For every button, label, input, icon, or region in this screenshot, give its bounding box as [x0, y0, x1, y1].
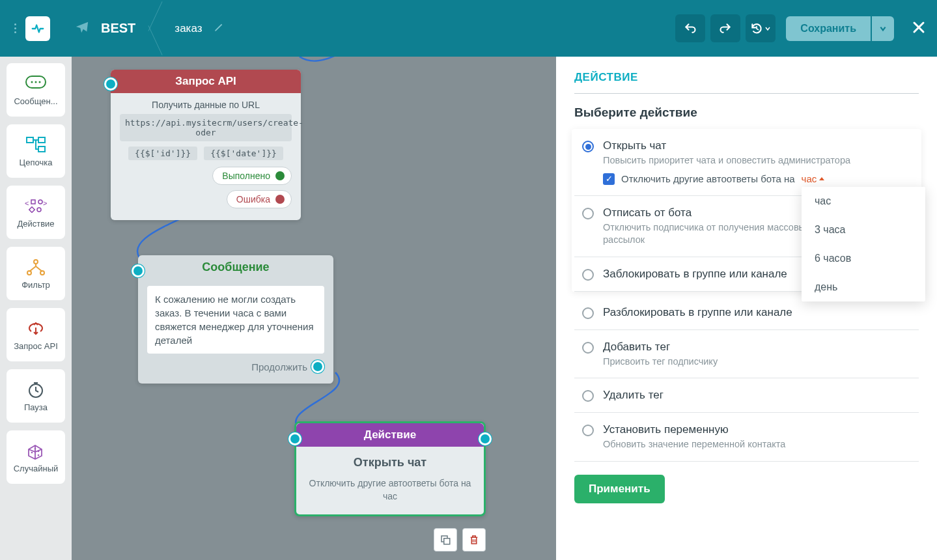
apply-button[interactable]: Применить [574, 475, 665, 503]
flow-name[interactable]: заказ [175, 22, 202, 35]
node-title: Запрос API [111, 70, 301, 93]
sidebar-item-filter[interactable]: Фильтр [7, 247, 65, 300]
radio[interactable] [582, 342, 594, 354]
radio[interactable] [582, 390, 594, 402]
save-dropdown-button[interactable] [872, 16, 894, 41]
header: BEST заказ Сохранить [0, 0, 937, 57]
menu-icon[interactable] [10, 20, 20, 37]
port-success[interactable] [275, 171, 285, 180]
node-action[interactable]: Действие Открыть чат Отключить другие ав… [294, 421, 486, 516]
option-desc: Присвоить тег подписчику [603, 356, 911, 368]
checkbox[interactable]: ✓ [603, 173, 615, 185]
svg-rect-4 [27, 137, 33, 143]
action-heading: Открыть чат [296, 456, 484, 469]
sub-check-text: Отключить другие автоответы бота на [621, 173, 795, 184]
svg-point-13 [34, 260, 38, 264]
caret-up-icon [819, 177, 824, 180]
edit-icon[interactable] [214, 22, 224, 35]
sidebar-item-label: Фильтр [21, 280, 50, 290]
sidebar-item-label: Случайный [14, 464, 59, 473]
message-icon [25, 74, 47, 92]
node-message[interactable]: Сообщение К сожалению не могли создать з… [138, 255, 333, 384]
sidebar-item-label: Запрос API [14, 341, 58, 351]
undo-button[interactable] [675, 14, 705, 42]
api-url: https://api.mysitecrm/users/create-oder [120, 114, 292, 141]
sidebar-item-label: Сообщен... [14, 96, 57, 106]
svg-point-9 [38, 200, 42, 204]
save-button[interactable]: Сохранить [786, 16, 871, 41]
action-subtitle: Отключить другие автоответы бота на час [296, 477, 484, 514]
svg-point-15 [40, 271, 44, 275]
option-label: Открыть чат [603, 139, 911, 152]
node-body: Получить данные по URL https://api.mysit… [111, 93, 301, 220]
dropdown-item[interactable]: час [802, 187, 925, 216]
sidebar-item-message[interactable]: Сообщен... [7, 63, 65, 117]
telegram-icon [75, 20, 89, 37]
port-out[interactable] [479, 432, 492, 445]
continue-row: Продолжить [147, 360, 324, 377]
param-row: {{$['id']}} {{$['date']}} [120, 147, 292, 160]
option-label: Установить переменную [603, 423, 911, 436]
sidebar-item-api[interactable]: Запрос API [7, 308, 65, 361]
chain-icon [25, 135, 47, 154]
svg-rect-8 [31, 200, 35, 204]
filter-icon [25, 258, 47, 276]
sidebar-item-pause[interactable]: Пауза [7, 369, 65, 423]
option-label: Разблокировать в группе или канале [603, 306, 911, 319]
port-in[interactable] [132, 264, 145, 277]
bot-name[interactable]: BEST [101, 21, 135, 36]
sidebar-item-label: Действие [17, 219, 54, 229]
option-remove-tag[interactable]: Удалить тег [574, 378, 919, 413]
svg-point-20 [35, 447, 36, 449]
node-subtitle: Получить данные по URL [120, 100, 292, 110]
param-1: {{$['id']}} [128, 147, 197, 160]
sidebar-item-chain[interactable]: Цепочка [7, 124, 65, 178]
dropdown-item[interactable]: 6 часов [802, 244, 925, 273]
option-add-tag[interactable]: Добавить тег Присвоить тег подписчику [574, 330, 919, 379]
svg-point-3 [39, 81, 41, 83]
pill-success[interactable]: Выполнено [212, 167, 292, 185]
sidebar-item-action[interactable]: <> Действие [7, 186, 65, 239]
port-error[interactable] [275, 195, 285, 204]
header-right: Сохранить [675, 14, 927, 42]
radio[interactable] [582, 307, 594, 319]
pill-error[interactable]: Ошибка [227, 190, 292, 208]
logo[interactable] [25, 16, 50, 41]
node-api[interactable]: Запрос API Получить данные по URL https:… [111, 70, 301, 220]
delete-button[interactable] [462, 528, 486, 552]
hour-dropdown-trigger[interactable]: час [802, 173, 825, 184]
history-button[interactable] [746, 14, 776, 42]
option-open-chat[interactable]: Открыть чат Повысить приоритет чата и оп… [574, 129, 919, 196]
svg-rect-22 [444, 539, 450, 544]
svg-point-19 [38, 454, 40, 456]
port-in[interactable] [288, 432, 301, 445]
radio[interactable] [582, 425, 594, 436]
pill-label: Ошибка [236, 194, 270, 204]
api-icon [25, 319, 47, 337]
dropdown-item[interactable]: день [802, 273, 925, 301]
radio[interactable] [582, 141, 594, 152]
sidebar-item-random[interactable]: Случайный [7, 430, 65, 484]
option-set-variable[interactable]: Установить переменную Обновить значение … [574, 413, 919, 462]
option-label: Добавить тег [603, 341, 911, 354]
dropdown-item[interactable]: 3 часа [802, 216, 925, 244]
port-in[interactable] [104, 77, 117, 91]
port-continue[interactable] [311, 360, 324, 373]
svg-point-18 [38, 450, 40, 452]
radio[interactable] [582, 269, 594, 281]
redo-button[interactable] [710, 14, 740, 42]
panel-subtitle: Выберите действие [574, 105, 919, 120]
canvas[interactable]: Запрос API Получить данные по URL https:… [72, 57, 556, 560]
save-group: Сохранить [786, 16, 894, 41]
close-icon[interactable] [911, 20, 927, 38]
svg-rect-11 [29, 206, 35, 212]
svg-point-14 [27, 271, 31, 275]
continue-label: Продолжить [251, 361, 307, 372]
param-2: {{$['date']}} [204, 147, 283, 160]
svg-rect-6 [38, 147, 45, 152]
duplicate-button[interactable] [434, 528, 457, 552]
pill-label: Выполнено [222, 171, 270, 181]
radio[interactable] [582, 208, 594, 219]
random-icon [25, 441, 47, 460]
hour-dropdown: час 3 часа 6 часов день [802, 187, 925, 301]
